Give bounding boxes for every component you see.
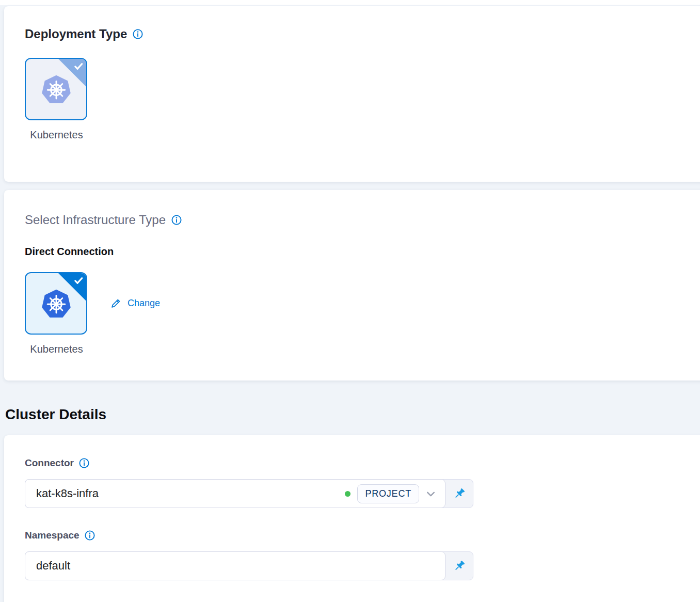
namespace-value: default (36, 559, 438, 573)
infrastructure-type-title: Select Infrastructure Type (25, 213, 166, 227)
connector-input[interactable]: kat-k8s-infra PROJECT (25, 479, 446, 508)
namespace-input[interactable]: default (25, 551, 446, 580)
direct-connection-label: Direct Connection (25, 246, 700, 258)
card-label: Kubernetes (23, 343, 90, 355)
connector-field-wrap: kat-k8s-infra PROJECT (25, 479, 473, 508)
info-icon[interactable] (171, 214, 182, 226)
pin-icon[interactable] (446, 552, 473, 580)
top-strip (0, 0, 700, 5)
cluster-details-panel: Connector kat-k8s-infra PROJECT Namespac… (4, 435, 700, 602)
scope-badge: PROJECT (357, 484, 419, 503)
infrastructure-type-panel: Select Infrastructure Type Direct Connec… (4, 190, 700, 381)
infrastructure-card-kubernetes[interactable] (25, 272, 87, 335)
info-icon[interactable] (78, 457, 90, 469)
edit-pencil-icon (110, 297, 122, 309)
info-icon[interactable] (132, 28, 144, 40)
change-label: Change (128, 298, 160, 309)
check-icon (73, 275, 84, 286)
deployment-type-title: Deployment Type (25, 27, 127, 41)
cluster-details-title: Cluster Details (5, 406, 700, 423)
pin-icon[interactable] (446, 480, 473, 508)
card-label: Kubernetes (23, 129, 90, 141)
check-icon (73, 61, 84, 72)
connector-value: kat-k8s-infra (36, 487, 345, 500)
info-icon[interactable] (84, 530, 96, 541)
connected-status-dot (345, 491, 351, 497)
change-button[interactable]: Change (110, 297, 160, 309)
connector-label: Connector (25, 457, 74, 469)
namespace-field-wrap: default (25, 551, 473, 580)
deployment-type-panel: Deployment Type Kubernetes (4, 6, 700, 182)
deployment-card-kubernetes[interactable] (25, 58, 87, 120)
namespace-label: Namespace (25, 530, 79, 541)
chevron-down-icon[interactable] (424, 487, 438, 501)
